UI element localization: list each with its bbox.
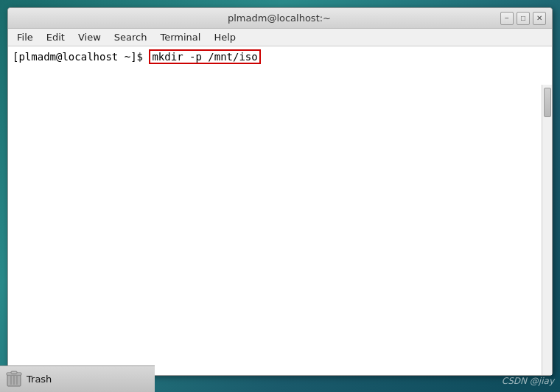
menu-bar: File Edit View Search Terminal Help: [8, 29, 552, 46]
scrollbar[interactable]: [542, 85, 552, 375]
menu-help[interactable]: Help: [208, 30, 242, 44]
desktop: plmadm@localhost:~ − □ ✕ File Edit View …: [0, 0, 560, 392]
terminal-command[interactable]: mkdir -p /mnt/iso: [149, 49, 260, 64]
menu-terminal[interactable]: Terminal: [154, 30, 206, 44]
trash-label: Trash: [27, 374, 52, 385]
minimize-button[interactable]: −: [500, 12, 514, 25]
terminal-line: [plmadm@localhost ~]$ mkdir -p /mnt/iso: [13, 49, 540, 64]
taskbar: Trash: [0, 365, 155, 392]
title-bar: plmadm@localhost:~ − □ ✕: [8, 8, 552, 29]
terminal-window: plmadm@localhost:~ − □ ✕ File Edit View …: [7, 7, 553, 376]
maximize-button[interactable]: □: [517, 12, 530, 25]
menu-view[interactable]: View: [72, 30, 107, 44]
menu-edit[interactable]: Edit: [41, 30, 71, 44]
menu-search[interactable]: Search: [108, 30, 153, 44]
close-button[interactable]: ✕: [533, 12, 546, 25]
window-title: plmadm@localhost:~: [58, 13, 500, 24]
trash-icon: [6, 371, 22, 388]
terminal-content[interactable]: [plmadm@localhost ~]$ mkdir -p /mnt/iso: [8, 46, 552, 375]
scrollbar-thumb[interactable]: [544, 88, 551, 117]
terminal-prompt: [plmadm@localhost ~]$: [13, 51, 149, 63]
svg-rect-2: [11, 371, 17, 374]
window-controls: − □ ✕: [500, 12, 546, 25]
watermark: CSDN @jiay: [502, 376, 554, 386]
menu-file[interactable]: File: [11, 30, 39, 44]
